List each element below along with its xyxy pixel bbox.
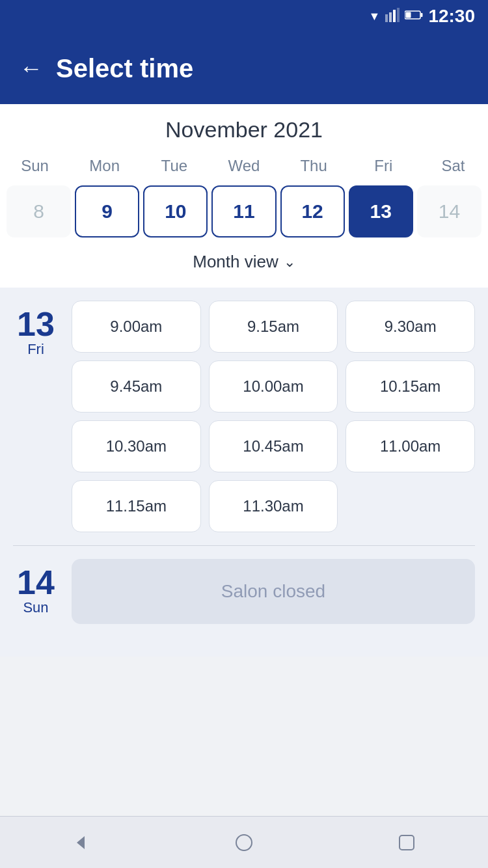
date-13[interactable]: 13 — [349, 185, 413, 237]
weekday-mon: Mon — [70, 153, 139, 179]
back-nav-button[interactable] — [65, 826, 98, 859]
signal-icon — [385, 8, 400, 25]
salon-closed-banner: Salon closed — [72, 559, 475, 624]
home-nav-button[interactable] — [228, 826, 260, 859]
day-name-13: Fri — [27, 341, 44, 358]
recent-nav-button[interactable] — [390, 826, 423, 859]
slot-11-15am[interactable]: 11.15am — [72, 480, 201, 532]
svg-rect-2 — [393, 10, 396, 22]
svg-marker-7 — [77, 836, 85, 849]
salon-closed-label: Salon closed — [221, 581, 325, 602]
slot-10-45am[interactable]: 10.45am — [209, 420, 338, 472]
slot-10-00am[interactable]: 10.00am — [209, 360, 338, 413]
week-days-row: Sun Mon Tue Wed Thu Fri Sat — [0, 153, 488, 179]
slot-9-30am[interactable]: 9.30am — [346, 301, 475, 353]
back-button[interactable]: ← — [20, 55, 43, 82]
day-number-14: 14 — [17, 565, 55, 599]
date-8[interactable]: 8 — [7, 185, 71, 237]
chevron-down-icon: ⌄ — [284, 254, 295, 271]
slot-11-00am[interactable]: 11.00am — [346, 420, 475, 472]
time-slots-grid-13: 9.00am 9.15am 9.30am 9.45am 10.00am 10.1… — [72, 301, 475, 532]
month-view-label: Month view — [193, 252, 278, 272]
month-view-toggle[interactable]: Month view ⌄ — [0, 244, 488, 281]
svg-point-8 — [236, 835, 252, 850]
battery-icon — [405, 10, 423, 23]
slot-11-30am[interactable]: 11.30am — [209, 480, 338, 532]
date-9[interactable]: 9 — [75, 185, 139, 237]
page-title: Select time — [56, 54, 193, 83]
section-divider — [13, 545, 475, 546]
status-time: 12:30 — [428, 6, 475, 27]
calendar-section: November 2021 Sun Mon Tue Wed Thu Fri Sa… — [0, 104, 488, 288]
svg-rect-9 — [400, 835, 414, 850]
date-12[interactable]: 12 — [280, 185, 345, 237]
day-section-14: 14 Sun Salon closed — [13, 559, 475, 624]
month-year-label: November 2021 — [0, 117, 488, 142]
day-name-14: Sun — [23, 599, 48, 616]
weekday-wed: Wed — [209, 153, 278, 179]
week-dates-row: 8 9 10 11 12 13 14 — [0, 185, 488, 244]
date-14[interactable]: 14 — [417, 185, 481, 237]
status-icons: ▼ 12:30 — [369, 6, 475, 27]
slot-10-30am[interactable]: 10.30am — [72, 420, 201, 472]
status-bar: ▼ 12:30 — [0, 0, 488, 33]
bottom-nav — [0, 816, 488, 868]
wifi-icon: ▼ — [369, 10, 381, 23]
day-label-13: 13 Fri — [13, 301, 59, 532]
svg-rect-0 — [385, 14, 388, 22]
svg-rect-6 — [406, 12, 411, 18]
day-label-14: 14 Sun — [13, 559, 59, 624]
slot-9-45am[interactable]: 9.45am — [72, 360, 201, 413]
slot-9-15am[interactable]: 9.15am — [209, 301, 338, 353]
day-section-13: 13 Fri 9.00am 9.15am 9.30am 9.45am 10.00… — [13, 301, 475, 532]
weekday-thu: Thu — [279, 153, 349, 179]
slot-10-15am[interactable]: 10.15am — [346, 360, 475, 413]
slots-section: 13 Fri 9.00am 9.15am 9.30am 9.45am 10.00… — [0, 288, 488, 657]
weekday-fri: Fri — [349, 153, 418, 179]
date-10[interactable]: 10 — [143, 185, 208, 237]
svg-rect-1 — [389, 12, 392, 22]
weekday-tue: Tue — [139, 153, 209, 179]
weekday-sat: Sat — [418, 153, 488, 179]
date-11[interactable]: 11 — [211, 185, 276, 237]
svg-rect-3 — [397, 8, 400, 22]
svg-rect-5 — [421, 13, 423, 17]
weekday-sun: Sun — [0, 153, 70, 179]
day-number-13: 13 — [17, 307, 55, 341]
slot-9-00am[interactable]: 9.00am — [72, 301, 201, 353]
header: ← Select time — [0, 33, 488, 104]
